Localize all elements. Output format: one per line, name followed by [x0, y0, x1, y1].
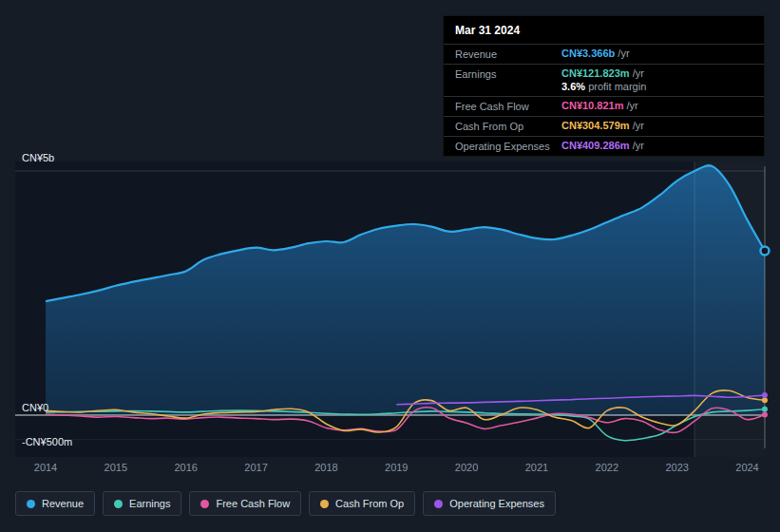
x-tick-label: 2019 — [385, 462, 408, 473]
earnings-endpoint — [762, 407, 768, 412]
tooltip-value-operating-expenses: CN¥409.286m /yr — [561, 139, 644, 152]
tooltip-label-cash-from-op: Cash From Op — [455, 119, 561, 133]
free-cash-flow-value: CN¥10.821m — [561, 100, 623, 111]
chart-legend: Revenue Earnings Free Cash Flow Cash Fro… — [15, 491, 556, 516]
revenue-value: CN¥3.366b — [561, 48, 615, 59]
cash-from-op-endpoint — [762, 397, 768, 403]
free-cash-flow-dot-icon — [200, 500, 209, 508]
profit-margin-value: 3.6% — [561, 81, 585, 92]
legend-item-earnings[interactable]: Earnings — [103, 491, 181, 516]
legend-label-earnings: Earnings — [129, 498, 170, 509]
tooltip-row-earnings: Earnings CN¥121.823m /yr 3.6% profit mar… — [444, 64, 764, 96]
x-tick-label: 2024 — [735, 462, 758, 473]
free-cash-flow-endpoint — [762, 411, 768, 417]
tooltip-row-cash-from-op: Cash From Op CN¥304.579m /yr — [444, 116, 764, 136]
tooltip-row-revenue: Revenue CN¥3.366b /yr — [444, 44, 764, 64]
tooltip-label-operating-expenses: Operating Expenses — [455, 139, 561, 153]
legend-item-revenue[interactable]: Revenue — [15, 491, 95, 516]
revenue-endpoint — [760, 246, 769, 255]
tooltip-value-free-cash-flow: CN¥10.821m /yr — [561, 99, 638, 112]
tooltip-label-earnings: Earnings — [455, 66, 561, 81]
legend-label-operating-expenses: Operating Expenses — [449, 498, 544, 509]
operating-expenses-endpoint — [762, 392, 768, 398]
tooltip-row-free-cash-flow: Free Cash Flow CN¥10.821m /yr — [444, 96, 764, 116]
x-tick-label: 2018 — [314, 462, 337, 473]
x-tick-label: 2021 — [525, 462, 548, 473]
tooltip-label-revenue: Revenue — [455, 47, 561, 61]
tooltip-value-earnings: CN¥121.823m /yr 3.6% profit margin — [561, 66, 646, 93]
y-axis-label-5b: CN¥5b — [22, 152, 54, 164]
earnings-value: CN¥121.823m — [561, 67, 630, 79]
cash-from-op-dot-icon — [320, 500, 329, 508]
revenue-suffix: /yr — [618, 48, 629, 59]
tooltip-label-free-cash-flow: Free Cash Flow — [455, 99, 561, 113]
legend-label-cash-from-op: Cash From Op — [335, 498, 404, 509]
x-tick-label: 2015 — [105, 462, 127, 473]
tooltip-date: Mar 31 2024 — [444, 16, 764, 44]
legend-item-free-cash-flow[interactable]: Free Cash Flow — [189, 491, 301, 516]
tooltip-row-operating-expenses: Operating Expenses CN¥409.286m /yr — [444, 136, 764, 156]
legend-item-cash-from-op[interactable]: Cash From Op — [309, 491, 415, 516]
legend-label-free-cash-flow: Free Cash Flow — [216, 498, 290, 509]
x-tick-label: 2023 — [665, 462, 688, 473]
operating-expenses-dot-icon — [434, 500, 443, 508]
x-tick-label: 2016 — [174, 462, 197, 473]
legend-label-revenue: Revenue — [42, 498, 84, 509]
operating-expenses-suffix: /yr — [633, 140, 644, 151]
legend-item-operating-expenses[interactable]: Operating Expenses — [423, 491, 556, 516]
earnings-dot-icon — [114, 500, 123, 508]
x-tick-label: 2017 — [244, 462, 267, 473]
cash-from-op-suffix: /yr — [633, 120, 644, 131]
profit-margin: 3.6% profit margin — [561, 80, 646, 93]
x-tick-label: 2022 — [596, 462, 618, 473]
y-axis-label-zero: CN¥0 — [22, 402, 48, 414]
revenue-dot-icon — [27, 500, 35, 508]
x-tick-label: 2020 — [455, 462, 478, 473]
tooltip-value-cash-from-op: CN¥304.579m /yr — [561, 119, 644, 132]
profit-margin-label: profit margin — [588, 81, 646, 92]
free-cash-flow-suffix: /yr — [627, 100, 638, 111]
earnings-suffix: /yr — [633, 67, 644, 79]
operating-expenses-value: CN¥409.286m — [561, 140, 630, 151]
tooltip-value-revenue: CN¥3.366b /yr — [561, 47, 630, 60]
cash-from-op-value: CN¥304.579m — [561, 120, 630, 131]
x-tick-label: 2014 — [34, 462, 57, 473]
y-axis-label-neg500m: -CN¥500m — [22, 436, 72, 448]
chart-tooltip: Mar 31 2024 Revenue CN¥3.366b /yr Earnin… — [443, 15, 765, 157]
